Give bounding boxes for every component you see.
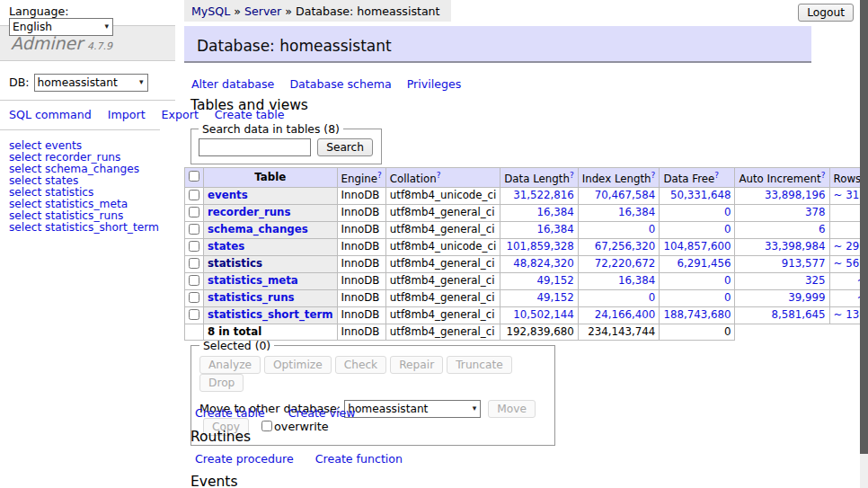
data-length-link[interactable]: 48,824,320 [513,257,574,270]
auto-increment-link[interactable]: 6 [819,223,826,235]
row-checkbox[interactable] [189,309,199,320]
link-create-function[interactable]: Create function [315,452,403,466]
index-length-link[interactable]: 0 [649,291,656,304]
index-length-link[interactable]: 16,384 [618,274,655,287]
index-length-link[interactable]: 67,256,320 [595,240,656,253]
index-length-link-cell: 0 [578,221,660,238]
link-create-view[interactable]: Create view [288,406,356,420]
check-button[interactable]: Check [335,356,387,374]
link-create-procedure[interactable]: Create procedure [195,452,294,466]
table-row: eventsInnoDButf8mb4_unicode_ci31,522,816… [185,187,868,204]
data-length-link[interactable]: 49,152 [536,274,573,287]
column-hint-icon[interactable]: ? [570,171,574,180]
column-hint-icon[interactable]: ? [437,171,441,180]
move-button[interactable]: Move [488,400,536,418]
table-name-cell: schema_changes [204,221,338,238]
table-name-link[interactable]: events [208,189,248,201]
collation-cell: utf8mb4_unicode_ci [385,238,500,255]
data-length-link[interactable]: 31,522,816 [513,189,574,201]
scrollbar-thumb[interactable] [860,0,868,454]
table-row: schema_changesInnoDButf8mb4_general_ci16… [185,221,868,238]
table-name-cell: recorder_runs [204,204,338,221]
auto-increment-link[interactable]: 913,577 [782,257,826,270]
index-length-link[interactable]: 70,467,584 [595,189,656,201]
row-checkbox[interactable] [189,241,199,252]
table-name-link[interactable]: statistics_runs [208,291,295,304]
data-free-link[interactable]: 0 [724,291,731,304]
action-link-alter-database[interactable]: Alter database [191,77,274,91]
row-checkbox[interactable] [189,224,199,235]
index-length-link[interactable]: 24,166,400 [595,308,656,321]
table-name-link[interactable]: recorder_runs [208,206,291,218]
language-select[interactable]: English [9,18,113,36]
analyze-button[interactable]: Analyze [199,356,261,374]
data-length-link[interactable]: 49,152 [536,291,573,304]
sidebar-item-select-statistics-short-term[interactable]: select statistics_short_term [9,222,175,234]
data-free-link[interactable]: 6,291,456 [677,257,731,270]
logout-button[interactable]: Logout [798,4,854,22]
column-hint-icon[interactable]: ? [651,171,656,180]
action-link-privileges[interactable]: Privileges [407,77,462,91]
row-checkbox[interactable] [189,190,199,200]
overwrite-checkbox[interactable] [261,421,272,431]
db-select[interactable]: homeassistant [34,74,148,92]
tables-section-title: Tables and views [190,97,308,113]
drop-button[interactable]: Drop [199,374,244,392]
data-free-link[interactable]: 188,743,680 [663,308,731,321]
breadcrumb-separator: » [285,4,292,18]
data-free-link[interactable]: 0 [724,206,731,218]
data-length-link[interactable]: 10,502,144 [513,308,574,321]
select-all-checkbox[interactable] [189,171,199,182]
auto-increment-link[interactable]: 39,999 [788,291,825,304]
footer-total-label: 8 in total [204,324,338,340]
link-create-table[interactable]: Create table [195,406,265,420]
row-checkbox[interactable] [189,258,199,269]
index-length-link-cell: 70,467,584 [578,187,660,204]
auto-increment-link[interactable]: 8,581,645 [771,308,825,321]
index-length-link-cell: 67,256,320 [578,238,660,255]
repair-button[interactable]: Repair [390,356,443,374]
table-name-link[interactable]: schema_changes [208,223,308,235]
table-name-link[interactable]: statistics_meta [208,274,298,287]
column-hint-icon[interactable]: ? [377,171,382,180]
row-checkbox-cell [185,187,204,204]
column-hint-icon[interactable]: ? [821,171,826,180]
table-name-link[interactable]: states [208,240,244,253]
breadcrumb-link-mysql[interactable]: MySQL [191,4,230,18]
index-length-link[interactable]: 16,384 [618,206,655,218]
data-length-link[interactable]: 16,384 [536,206,573,218]
auto-increment-link[interactable]: 378 [805,206,826,218]
row-checkbox-cell [185,272,204,289]
data-free-link-cell: 6,291,456 [660,255,735,272]
data-free-link[interactable]: 0 [724,223,731,235]
search-fieldset: Search data in tables (8) Search [190,122,382,164]
search-input[interactable] [199,138,311,156]
row-checkbox[interactable] [189,275,199,286]
index-length-link[interactable]: 72,220,672 [595,257,656,270]
auto-increment-link[interactable]: 33,898,196 [765,189,826,201]
table-footer-row: 8 in total InnoDB utf8mb4_general_ci 192… [185,324,868,340]
breadcrumb-link-server[interactable]: Server [244,4,281,18]
index-length-link[interactable]: 0 [649,223,656,235]
data-length-link[interactable]: 101,859,328 [507,240,574,253]
data-length-link[interactable]: 16,384 [536,223,573,235]
auto-increment-link[interactable]: 325 [805,274,826,287]
truncate-button[interactable]: Truncate [447,356,512,374]
row-checkbox[interactable] [189,207,199,217]
data-free-link[interactable]: 104,857,600 [663,240,731,253]
sidebar-link-import[interactable]: Import [108,108,146,121]
column-hint-icon[interactable]: ? [714,171,719,180]
app-logo[interactable]: Adminer [11,33,83,53]
action-link-database-schema[interactable]: Database schema [289,77,391,91]
table-name-link[interactable]: statistics_short_term [208,308,333,321]
auto-increment-link[interactable]: 33,398,984 [765,240,826,253]
sidebar-link-sql-command[interactable]: SQL command [9,108,92,121]
column-header-data-free: Data Free? [660,168,735,188]
optimize-button[interactable]: Optimize [264,356,332,374]
search-button[interactable]: Search [317,138,373,156]
row-checkbox[interactable] [189,292,199,303]
table-name-link[interactable]: statistics [208,257,262,270]
data-length-link-cell: 49,152 [500,289,578,306]
data-free-link[interactable]: 50,331,648 [670,189,731,201]
data-free-link[interactable]: 0 [724,274,731,287]
